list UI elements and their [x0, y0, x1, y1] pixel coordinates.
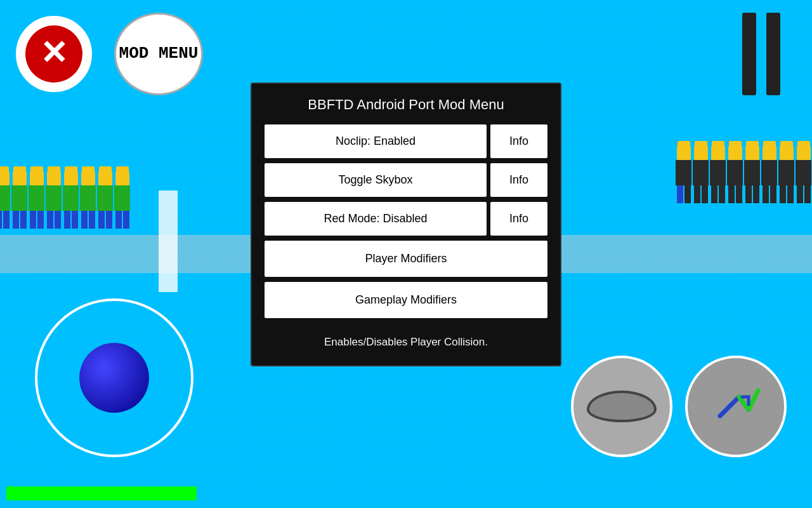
red-mode-button[interactable]: Red Mode: Disabled [265, 202, 487, 236]
pause-bar-right [766, 13, 780, 95]
char-baldi-5 [63, 171, 79, 229]
char-body [80, 185, 96, 211]
gameplay-modifiers-button[interactable]: Gameplay Modifiers [265, 282, 547, 318]
char-baldi-1 [0, 171, 10, 229]
pause-bar-left [742, 13, 756, 95]
char-head [47, 171, 61, 185]
char-dark-2 [693, 146, 709, 203]
noclip-row: Noclip: Enabled Info [265, 124, 547, 158]
char-dark-3 [710, 146, 726, 203]
char-dark-6 [761, 146, 777, 203]
red-mode-row: Red Mode: Disabled Info [265, 202, 547, 236]
mirror-circle[interactable] [571, 356, 672, 457]
toggle-skybox-info-button[interactable]: Info [490, 163, 547, 197]
mod-menu-panel: BBFTD Android Port Mod Menu Noclip: Enab… [251, 83, 561, 366]
char-baldi-6 [80, 171, 96, 229]
mod-menu-button[interactable]: MOD MENU [114, 13, 203, 95]
noclip-button[interactable]: Noclip: Enabled [265, 124, 487, 158]
char-body [97, 185, 113, 211]
char-dark-1 [676, 146, 691, 203]
char-dark-8 [796, 146, 811, 203]
close-button-inner: ✕ [25, 25, 82, 83]
char-body [0, 185, 10, 211]
toggle-skybox-row: Toggle Skybox Info [265, 163, 547, 197]
mod-menu-label: MOD MENU [119, 44, 199, 64]
char-head [30, 171, 44, 185]
mod-description: Enables/Disables Player Collision. [265, 332, 547, 352]
char-baldi-7 [97, 171, 113, 229]
char-head [0, 171, 10, 185]
char-body [29, 185, 44, 211]
progress-bar [6, 486, 197, 500]
mod-panel-title: BBFTD Android Port Mod Menu [265, 97, 547, 113]
red-mode-info-button[interactable]: Info [490, 202, 547, 236]
noclip-info-button[interactable]: Info [490, 124, 547, 158]
white-strip [159, 190, 178, 292]
char-head [98, 171, 112, 185]
char-baldi-8 [114, 171, 130, 229]
run-arrow-svg [707, 378, 764, 435]
char-dark-7 [778, 146, 794, 203]
joystick-ball [79, 343, 149, 413]
pause-button[interactable] [742, 13, 780, 95]
char-head [115, 171, 129, 185]
char-head [81, 171, 95, 185]
char-body [63, 185, 79, 211]
char-baldi-2 [11, 171, 27, 229]
close-icon: ✕ [40, 36, 68, 69]
left-characters [0, 171, 131, 229]
char-body [46, 185, 62, 211]
char-baldi-3 [29, 171, 44, 229]
close-button[interactable]: ✕ [16, 16, 92, 92]
char-head [64, 171, 78, 185]
toggle-skybox-button[interactable]: Toggle Skybox [265, 163, 487, 197]
char-baldi-4 [46, 171, 62, 229]
char-body [114, 185, 130, 211]
run-circle[interactable] [685, 356, 787, 457]
joystick-circle[interactable] [35, 298, 193, 457]
mirror-inner [587, 391, 657, 422]
player-modifiers-button[interactable]: Player Modifiers [265, 241, 547, 277]
right-characters [675, 146, 812, 203]
char-body [11, 185, 27, 211]
char-head [13, 171, 27, 185]
char-dark-4 [727, 146, 743, 203]
char-dark-5 [744, 146, 760, 203]
